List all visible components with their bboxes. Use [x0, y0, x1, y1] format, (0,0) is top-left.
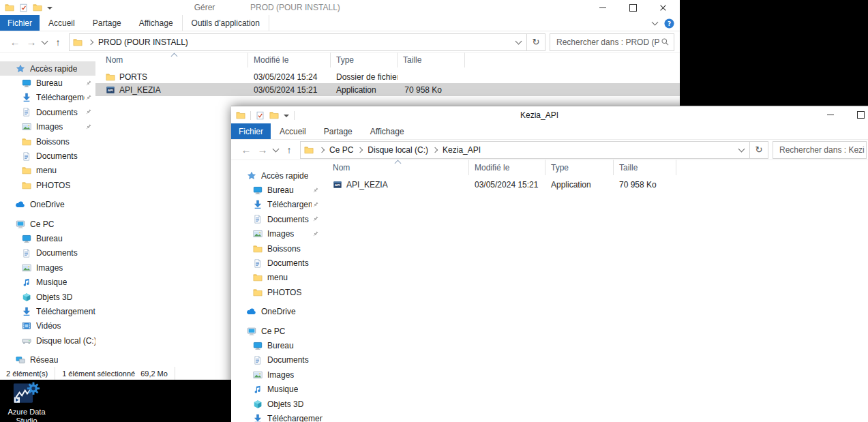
title-bar[interactable]: Kezia_API	[231, 106, 868, 123]
minimize-button[interactable]	[815, 106, 845, 123]
sidebar-item[interactable]: PHOTOS	[231, 285, 323, 299]
sidebar-item[interactable]: Ce PC	[0, 217, 95, 231]
sidebar-item[interactable]: Bureau	[231, 338, 323, 352]
sidebar-item[interactable]: Téléchargements	[0, 91, 95, 105]
ribbon-tab[interactable]: Partage	[315, 123, 361, 139]
sidebar-item[interactable]: Téléchargements	[231, 198, 323, 212]
customize-toolbar-icon[interactable]	[47, 7, 53, 10]
sidebar-item[interactable]: Boissons	[0, 134, 95, 149]
refresh-button[interactable]	[750, 141, 768, 159]
breadcrumb-item[interactable]: Disque local (C:)	[353, 145, 428, 155]
sidebar-item[interactable]: Téléchargements	[0, 304, 95, 318]
refresh-button[interactable]	[527, 33, 545, 51]
customize-toolbar-icon[interactable]	[284, 115, 289, 117]
properties-icon[interactable]	[19, 3, 28, 12]
search-icon[interactable]	[661, 37, 670, 46]
sidebar-item[interactable]: Documents	[231, 212, 323, 226]
sidebar-item[interactable]: Objets 3D	[0, 290, 95, 304]
column-header-name[interactable]: Nom	[95, 52, 248, 67]
sidebar-item[interactable]: Musique	[0, 275, 95, 289]
file-row[interactable]: APIAPI_KEZIA 03/05/2024 15:21 Applicatio…	[323, 178, 868, 191]
address-dropdown-icon[interactable]	[733, 142, 749, 158]
back-button[interactable]	[238, 140, 254, 160]
recent-locations-icon[interactable]	[271, 140, 281, 160]
address-dropdown-icon[interactable]	[510, 34, 526, 50]
sidebar-item[interactable]: Accès rapide	[231, 168, 323, 183]
address-bar[interactable]: Ce PCDisque local (C:)Kezia_API	[300, 141, 750, 159]
file-row[interactable]: APIAPI_KEZIA 03/05/2024 15:21 Applicatio…	[95, 83, 680, 96]
ribbon-tab[interactable]: Fichier	[231, 123, 271, 139]
sidebar-item[interactable]: Images	[231, 367, 323, 382]
maximize-button[interactable]	[845, 106, 868, 123]
up-button[interactable]	[50, 31, 66, 52]
breadcrumb-item[interactable]: Kezia_API	[428, 145, 481, 155]
sidebar-item[interactable]: Téléchargements	[231, 411, 323, 422]
sidebar-item[interactable]: Bureau	[231, 183, 323, 197]
column-header-type[interactable]: Type	[331, 52, 398, 67]
desktop-shortcut-azure-data-studio[interactable]: Azure Data Studio	[3, 380, 50, 422]
sidebar-item[interactable]: Disque local (C:)	[0, 333, 95, 348]
column-header-size[interactable]: Taille	[398, 52, 465, 67]
sidebar-item[interactable]: Boissons	[231, 241, 323, 256]
back-button[interactable]	[7, 31, 23, 52]
sidebar-item[interactable]: Images	[0, 120, 95, 134]
column-header-modified[interactable]: Modifié le	[248, 52, 331, 67]
sidebar-item[interactable]: Objets 3D	[231, 397, 323, 411]
maximize-button[interactable]	[618, 0, 648, 15]
breadcrumb-item[interactable]: PROD (POUR INSTALL)	[84, 37, 188, 47]
sidebar-item[interactable]: Images	[0, 260, 95, 275]
close-button[interactable]	[648, 0, 678, 15]
ribbon-tab[interactable]: Outils d'application	[182, 15, 269, 31]
sidebar-item[interactable]: OneDrive	[0, 198, 95, 212]
folder-icon[interactable]	[5, 3, 14, 12]
sidebar-item[interactable]: Vidéos	[0, 319, 95, 333]
sidebar-item[interactable]: OneDrive	[231, 305, 323, 319]
ribbon-tab[interactable]: Affichage	[361, 123, 413, 139]
address-bar[interactable]: PROD (POUR INSTALL)	[69, 33, 527, 51]
pin-icon	[312, 215, 323, 223]
sidebar-item[interactable]: PHOTOS	[0, 178, 95, 192]
ribbon-tab[interactable]: Partage	[84, 15, 130, 31]
sidebar-item[interactable]: Documents	[0, 105, 95, 119]
properties-icon[interactable]	[256, 111, 265, 120]
forward-button[interactable]	[254, 140, 271, 160]
sidebar-item[interactable]: Documents	[0, 246, 95, 260]
sidebar-item[interactable]: Accès rapide	[0, 61, 95, 76]
up-button[interactable]	[281, 140, 297, 160]
sidebar-item[interactable]: Documents	[231, 353, 323, 367]
title-bar[interactable]: Gérer PROD (POUR INSTALL)	[0, 0, 680, 15]
search-input[interactable]	[773, 145, 866, 155]
collapse-ribbon-icon[interactable]	[652, 19, 659, 26]
search-input[interactable]	[550, 37, 661, 47]
column-header-name[interactable]: Nom	[323, 160, 469, 175]
help-icon[interactable]: ?	[664, 18, 674, 29]
document-icon	[21, 249, 31, 258]
sidebar-item[interactable]: Ce PC	[231, 324, 323, 338]
file-row[interactable]: PORTS 03/05/2024 15:24 Dossier de fichie…	[95, 70, 680, 83]
folder-icon[interactable]	[236, 110, 245, 120]
sidebar-item[interactable]: Bureau	[0, 76, 95, 90]
column-header-size[interactable]: Taille	[614, 160, 676, 175]
sidebar-item[interactable]: Documents	[231, 256, 323, 270]
new-folder-icon[interactable]	[33, 3, 42, 12]
ribbon-tab[interactable]: Fichier	[0, 15, 40, 31]
breadcrumb-item[interactable]: Ce PC	[315, 145, 353, 155]
minimize-button[interactable]	[588, 0, 618, 15]
column-header-modified[interactable]: Modifié le	[469, 160, 545, 175]
svg-text:API: API	[335, 183, 340, 187]
sidebar-item[interactable]: Images	[231, 227, 323, 241]
ribbon-tab[interactable]: Accueil	[40, 15, 84, 31]
sidebar-item[interactable]: menu	[231, 271, 323, 285]
new-folder-icon[interactable]	[269, 110, 279, 120]
recent-locations-icon[interactable]	[40, 31, 50, 52]
sidebar-item[interactable]: Documents	[0, 149, 95, 163]
sidebar-item[interactable]: Bureau	[0, 231, 95, 245]
sidebar-item[interactable]: Musique	[231, 382, 323, 396]
column-header-type[interactable]: Type	[545, 160, 614, 175]
file-modified: 03/05/2024 15:21	[469, 180, 545, 190]
ribbon-tab[interactable]: Accueil	[271, 123, 315, 139]
ribbon-tab[interactable]: Affichage	[130, 15, 182, 31]
forward-button[interactable]	[23, 31, 40, 52]
sidebar-item[interactable]: Réseau	[0, 352, 95, 367]
sidebar-item[interactable]: menu	[0, 164, 95, 178]
